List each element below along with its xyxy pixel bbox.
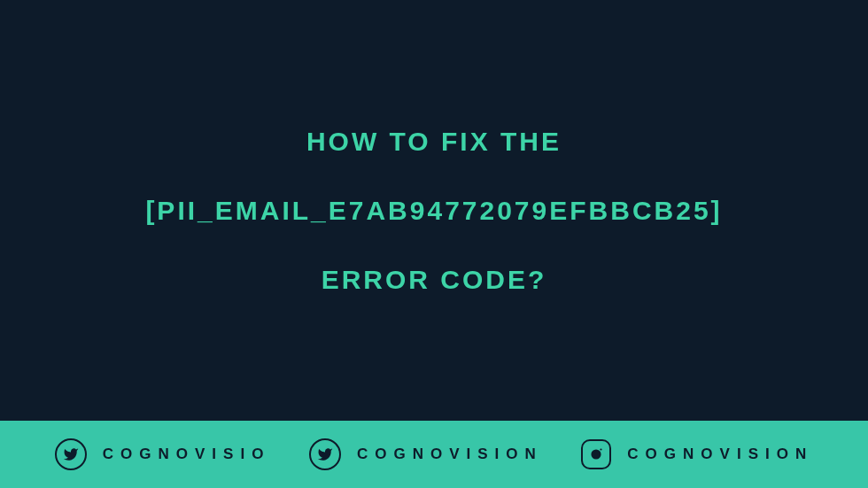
- twitter-icon: [55, 438, 87, 470]
- social-item-instagram[interactable]: COGNOVISION: [581, 439, 813, 469]
- twitter-icon: [309, 438, 341, 470]
- footer-bar: COGNOVISIO COGNOVISION COGNOVISION: [0, 421, 868, 488]
- social-label: COGNOVISION: [627, 445, 813, 463]
- social-item-twitter-1[interactable]: COGNOVISIO: [55, 438, 271, 470]
- heading-line-3: ERROR CODE?: [322, 261, 547, 298]
- svg-point-1: [601, 448, 602, 450]
- instagram-icon: [581, 439, 611, 469]
- main-content: HOW TO FIX THE [PII_EMAIL_E7AB94772079EF…: [0, 0, 868, 421]
- heading-line-1: HOW TO FIX THE: [306, 123, 562, 160]
- social-label: COGNOVISIO: [103, 445, 271, 463]
- social-label: COGNOVISION: [357, 445, 543, 463]
- social-item-twitter-2[interactable]: COGNOVISION: [309, 438, 543, 470]
- svg-point-0: [593, 450, 601, 458]
- heading-line-2: [PII_EMAIL_E7AB94772079EFBBCB25]: [145, 192, 722, 229]
